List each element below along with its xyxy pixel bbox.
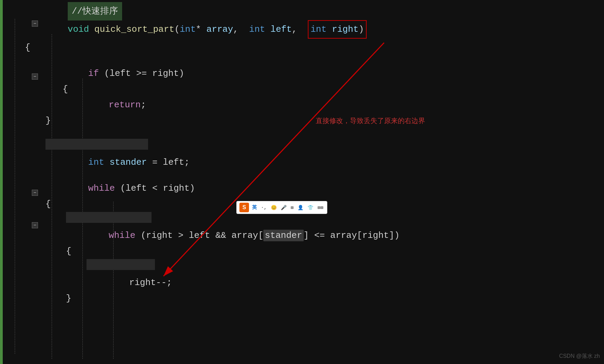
stander-highlight: stander: [263, 230, 303, 241]
watermark: CSDN @落水 zh: [559, 353, 600, 360]
toolbar-item-shirt[interactable]: 👕: [306, 204, 314, 211]
param-right: right: [327, 24, 359, 35]
line-right-dec: right--;: [22, 275, 604, 291]
return-semi: ;: [141, 100, 146, 110]
collapse-fn[interactable]: −: [32, 21, 38, 27]
toolbar-item-apps[interactable]: ⊞⊞: [316, 204, 324, 211]
toolbar-brand: S: [239, 203, 249, 212]
line-brace-while2-open: {: [22, 243, 604, 259]
while2-cond-end: ] <= array[right]): [304, 230, 400, 241]
paren: (: [174, 24, 180, 35]
annotation-text: 直接修改，导致丢失了原来的右边界: [316, 116, 425, 125]
kw-while1: while: [88, 183, 120, 193]
line-while1: while (left < right): [22, 180, 604, 196]
line-return: return;: [22, 97, 604, 113]
toolbar-item-user[interactable]: 👤: [297, 204, 304, 211]
param-left: left: [265, 24, 292, 35]
brace-if-close: }: [25, 113, 51, 129]
brace-while2-open: {: [25, 243, 71, 259]
kw-if: if: [88, 68, 104, 79]
collapse-while1[interactable]: −: [32, 190, 38, 196]
comma2: ,: [292, 24, 308, 35]
kw-void: void: [68, 24, 94, 35]
kw-int1: int: [180, 24, 196, 35]
toolbar-item-lang[interactable]: 英: [251, 204, 258, 211]
brace-while1-open: {: [25, 196, 51, 212]
fn-name: quick_sort_part: [94, 24, 174, 35]
toolbar-popup: S 英 ·, 😊 🎤 ⊞ 👤 👕 ⊞⊞: [236, 201, 327, 214]
gutter: [3, 0, 22, 364]
star: *: [196, 24, 206, 35]
right-dec: right--;: [129, 278, 172, 288]
kw-return: return: [109, 100, 141, 110]
line-brace-if-close: }: [22, 113, 604, 129]
collapse-if[interactable]: −: [32, 73, 38, 80]
toolbar-item-dot[interactable]: ·,: [260, 204, 268, 211]
collapse-while2[interactable]: −: [32, 222, 38, 228]
main-container: − − − − //快速排序 void quick_sort_part(int*…: [0, 0, 604, 364]
red-box: int right): [308, 20, 367, 39]
line-while2: while (right > left && array[stander] <=…: [22, 228, 604, 243]
while2-cond-start: (right > left && array[: [141, 230, 263, 241]
comma1: ,: [233, 24, 249, 35]
toolbar-item-grid[interactable]: ⊞: [290, 204, 294, 211]
kw-int3: int: [311, 24, 327, 35]
dashed-line-1: [15, 19, 15, 354]
line-empty2: [22, 129, 604, 139]
code-area: − − − − //快速排序 void quick_sort_part(int*…: [22, 0, 604, 364]
toolbar-item-mic[interactable]: 🎤: [280, 204, 288, 211]
param-array: array: [207, 24, 233, 35]
kw-while2: while: [109, 230, 141, 241]
if-cond: (left >= right): [104, 68, 184, 79]
while1-cond: (left < right): [120, 183, 195, 193]
left-sidebar: [0, 0, 3, 364]
line-function-def: void quick_sort_part(int* array, int lef…: [22, 19, 604, 40]
paren-close: ): [358, 24, 364, 35]
toolbar-item-emoji[interactable]: 😊: [270, 204, 278, 211]
line-if: if (left >= right): [22, 66, 604, 81]
brace-while2-close: }: [25, 291, 71, 306]
line-brace-while2-close: }: [22, 291, 604, 306]
kw-int2: int: [249, 24, 265, 35]
